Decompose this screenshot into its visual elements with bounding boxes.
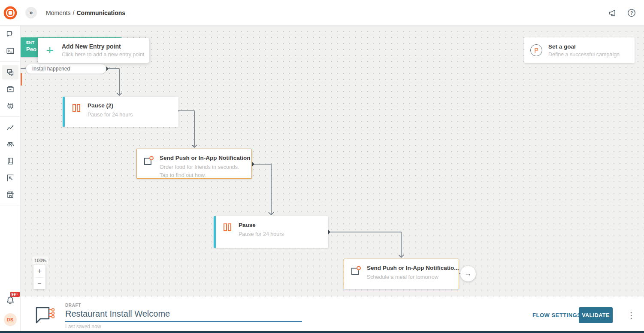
rule-pill-label: Install happened	[32, 66, 70, 72]
zoom-controls: + −	[33, 265, 45, 289]
arrow-right-icon: →	[465, 269, 472, 278]
line-chart-icon	[6, 123, 15, 132]
left-sidebar: 99+ DS	[0, 26, 21, 333]
breadcrumb: Moments / Communications	[46, 9, 125, 16]
top-bar: » Moments / Communications ?	[0, 0, 644, 26]
goal-card-subtitle: Define a successful campaign	[548, 52, 620, 58]
zoom-level-indicator: 100%	[33, 257, 48, 264]
push-notification-icon	[143, 156, 154, 166]
connector-arrowhead	[117, 93, 122, 95]
sidebar-item-analytics[interactable]	[0, 119, 21, 136]
sidebar-divider	[0, 61, 21, 62]
connector-line	[106, 69, 119, 95]
flow-settings-button[interactable]: FLOW SETTINGS	[532, 312, 581, 318]
last-saved-label: Last saved now	[65, 324, 101, 330]
sidebar-item-conversations[interactable]	[0, 26, 21, 43]
breadcrumb-parent[interactable]: Moments	[46, 9, 71, 16]
popup-title: Add New Entry point	[62, 43, 144, 50]
connector-arrowhead	[192, 145, 197, 147]
breadcrumb-separator: /	[73, 9, 75, 16]
window-bottom-edge	[0, 331, 644, 333]
infobip-logo-icon	[3, 6, 18, 20]
more-options-button[interactable]: ⋮	[625, 307, 638, 323]
flow-canvas[interactable]: ENT Peo + Add New Entry point Click here…	[21, 26, 644, 296]
sidebar-expand-button[interactable]: »	[25, 7, 37, 18]
megaphone-icon	[608, 8, 617, 18]
sidebar-item-moments[interactable]	[0, 64, 21, 81]
flow-name-input[interactable]	[65, 308, 302, 322]
book-icon	[6, 156, 15, 166]
brand-logo[interactable]	[0, 6, 21, 20]
storefront-icon	[6, 190, 15, 199]
terminal-icon	[6, 46, 15, 56]
sidebar-item-marketplace[interactable]	[0, 186, 21, 203]
node-title: Send Push or In-App Notificatio...	[367, 265, 459, 271]
announcements-button[interactable]	[608, 8, 617, 18]
node-title: Pause (2)	[88, 102, 133, 109]
node-pause-2[interactable]: Pause Pause for 24 hours	[214, 216, 328, 248]
add-next-step-button[interactable]: →	[460, 266, 476, 281]
breadcrumb-current: Communications	[76, 9, 125, 16]
connector-line	[328, 232, 401, 257]
validate-button[interactable]: VALIDATE	[579, 307, 613, 323]
chevrons-right-icon: »	[29, 9, 33, 16]
connector-arrowhead	[399, 255, 404, 257]
notifications-button[interactable]: 99+	[5, 295, 16, 308]
node-title: Send Push or In-App Notification	[160, 155, 251, 161]
sidebar-item-api-console[interactable]	[0, 43, 21, 59]
sidebar-item-catalog[interactable]	[0, 153, 21, 169]
people-icon	[6, 140, 15, 149]
flag-icon	[533, 47, 540, 54]
help-icon: ?	[627, 8, 636, 18]
node-title: Pause	[239, 222, 284, 228]
add-entry-point-popup[interactable]: + Add New Entry point Click here to add …	[38, 38, 149, 63]
flow-footer-bar: DRAFT Last saved now FLOW SETTINGS VALID…	[21, 296, 644, 333]
zoom-out-button[interactable]: −	[33, 278, 45, 290]
sidebar-item-exit-rules[interactable]	[0, 169, 21, 186]
sidebar-divider	[0, 116, 21, 117]
notification-badge: 99+	[10, 292, 20, 297]
push-notification-icon	[351, 266, 361, 276]
node-pause-1[interactable]: Pause (2) Pause for 24 hours	[63, 97, 178, 127]
zoom-level-value: 100%	[34, 258, 46, 263]
corner-arrow-icon	[6, 173, 15, 183]
entry-rule-pill[interactable]: Install happened	[26, 64, 106, 74]
sidebar-item-broadcast[interactable]	[0, 81, 21, 98]
node-subtitle: Pause for 24 hours	[239, 230, 284, 238]
node-subtitle: Order food for friends in seconds. Tap t…	[160, 163, 248, 180]
avatar-initials: DS	[7, 317, 14, 322]
connector-line	[252, 164, 271, 214]
status-badge: DRAFT	[65, 303, 81, 308]
svg-text:?: ?	[630, 10, 633, 15]
communication-flow-icon	[33, 305, 57, 325]
zoom-in-button[interactable]: +	[33, 265, 45, 277]
pause-icon	[71, 103, 82, 113]
plus-icon: +	[38, 44, 62, 57]
sidebar-item-chatbots[interactable]	[0, 98, 21, 114]
goal-card-title: Set a goal	[548, 43, 620, 50]
pause-icon	[222, 223, 233, 232]
node-push-2[interactable]: Send Push or In-App Notificatio... Sched…	[344, 259, 459, 289]
chat-options-icon	[6, 30, 15, 39]
sidebar-item-audience[interactable]	[0, 136, 21, 153]
robot-icon	[6, 101, 15, 111]
sidebar-active-indicator	[21, 73, 22, 86]
campaign-box-icon	[6, 85, 15, 94]
connector-arrowhead	[269, 212, 274, 215]
flow-connectors	[21, 26, 644, 296]
set-goal-card[interactable]: Set a goal Define a successful campaign	[524, 37, 635, 63]
sidebar-divider	[0, 205, 21, 205]
node-subtitle: Schedule a meal for tomorrow	[367, 273, 455, 281]
node-subtitle: Pause for 24 hours	[88, 111, 133, 119]
help-button[interactable]: ?	[627, 8, 636, 18]
goal-flag-circle	[530, 44, 542, 56]
moments-flows-icon	[6, 68, 15, 77]
node-push-1[interactable]: Send Push or In-App Notification Order f…	[136, 149, 252, 179]
popup-subtitle: Click here to add a new entry point	[62, 52, 144, 58]
kebab-icon: ⋮	[627, 311, 635, 320]
connector-line	[177, 111, 194, 147]
user-avatar[interactable]: DS	[4, 313, 17, 326]
